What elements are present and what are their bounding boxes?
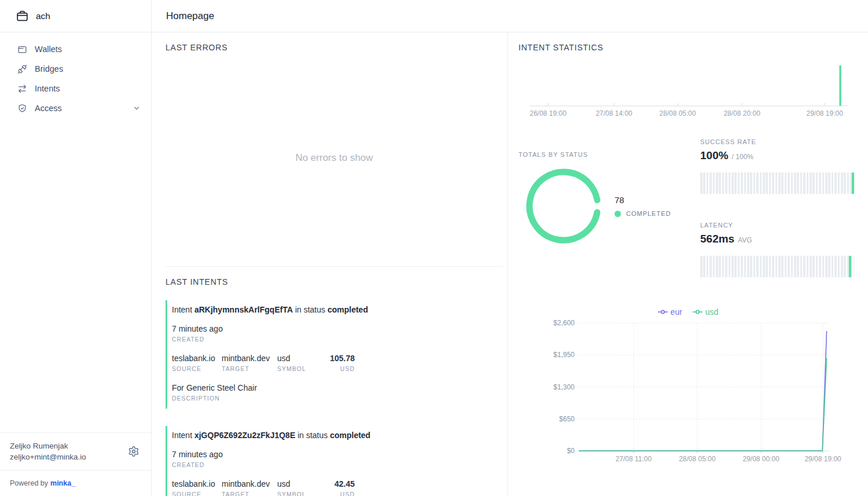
user-name: Zeljko Rumenjak (10, 440, 86, 451)
intent-created-label: CREATED (172, 336, 503, 343)
svg-text:29/08 19:00: 29/08 19:00 (804, 455, 841, 463)
transfer-arrows-icon (17, 84, 27, 94)
svg-text:$1,300: $1,300 (553, 383, 575, 391)
intent-created-value: 7 minutes ago (172, 450, 503, 459)
success-rate-label: SUCCESS RATE (700, 138, 858, 145)
completed-status-label: COMPLETED (626, 210, 671, 217)
intent-status: completed (328, 305, 368, 314)
svg-text:26/08 19:00: 26/08 19:00 (529, 109, 567, 117)
gear-icon (128, 446, 139, 457)
intent-card[interactable]: Intent aRKjhymnnskArlFgqEfTA in status c… (165, 300, 503, 409)
stats-panel: INTENT STATISTICS 26/08 19:0027/08 14:00… (508, 32, 868, 496)
errors-empty-state: No errors to show (165, 63, 503, 253)
svg-text:$650: $650 (559, 415, 575, 423)
kpi-block: SUCCESS RATE 100% / 100% LATENCY 562ms A… (700, 135, 858, 277)
legend-label-usd: usd (705, 307, 719, 317)
status-donut-chart (525, 167, 602, 245)
user-info: Zeljko Rumenjak zeljko+mint@minka.io (0, 432, 151, 470)
sidebar-item-wallets[interactable]: Wallets (0, 39, 151, 59)
legend-item-eur[interactable]: eur (658, 307, 682, 317)
totals-by-status-label: TOTALS BY STATUS (518, 151, 700, 158)
completed-status-dot (615, 211, 621, 217)
sidebar-item-label: Intents (35, 84, 60, 93)
svg-text:28/08 20:00: 28/08 20:00 (723, 109, 760, 117)
app-root: ach Wallets (0, 0, 868, 496)
intent-card[interactable]: Intent xjGQP6Z692Zu2zFkJ1Q8E in status c… (165, 426, 503, 496)
intent-source: teslabank.io (172, 354, 222, 363)
success-rate-target: / 100% (732, 153, 753, 161)
chart-legend: eur usd (518, 307, 858, 316)
sidebar: ach Wallets (0, 0, 152, 496)
minka-brand-link[interactable]: minka_ (50, 479, 75, 487)
last-intents-title: LAST INTENTS (165, 277, 503, 286)
intent-status: completed (330, 431, 370, 440)
section-divider (165, 266, 503, 267)
currency-volume-chart-block: eur usd $0$650$1,300$1,950$2,60027/08 11… (518, 307, 858, 466)
settings-button[interactable] (128, 446, 139, 457)
svg-text:27/08 14:00: 27/08 14:00 (595, 109, 632, 117)
svg-text:$2,600: $2,600 (553, 319, 575, 327)
logo-text: ach (36, 11, 50, 21)
donut-legend: 78 COMPLETED (615, 195, 671, 217)
page-title: Homepage (166, 10, 214, 22)
logo-row[interactable]: ach (0, 0, 151, 32)
intent-target: mintbank.dev (222, 480, 277, 488)
intent-target: mintbank.dev (222, 354, 277, 363)
user-email: zeljko+mint@minka.io (10, 451, 86, 462)
intent-status-line: Intent xjGQP6Z692Zu2zFkJ1Q8E in status c… (172, 431, 503, 440)
latency-unit: AVG (738, 236, 752, 244)
last-errors-title: LAST ERRORS (165, 43, 503, 52)
intent-id: aRKjhymnnskArlFgqEfTA (194, 305, 293, 314)
svg-text:28/08 05:00: 28/08 05:00 (659, 109, 696, 117)
svg-text:29/08 00:00: 29/08 00:00 (742, 455, 779, 463)
legend-label-eur: eur (671, 307, 682, 317)
intent-description: For Generic Steel Chair (172, 384, 503, 392)
latency-strip-chart (700, 256, 854, 277)
shield-check-icon (17, 104, 27, 113)
sidebar-item-bridges[interactable]: Bridges (0, 59, 151, 79)
completed-count: 78 (615, 195, 671, 205)
main-area: Homepage LAST ERRORS No errors to show L… (152, 0, 868, 496)
currency-volume-chart: $0$650$1,300$1,950$2,60027/08 11:0028/08… (539, 318, 858, 466)
sidebar-item-label: Access (35, 104, 62, 113)
sidebar-nav: Wallets Bridges (0, 39, 151, 118)
success-rate-strip-chart (700, 172, 854, 194)
wallet-icon (17, 45, 27, 54)
intent-amount: 105.78 (318, 354, 355, 363)
totals-by-status-block: TOTALS BY STATUS 78 (518, 135, 700, 277)
success-rate-value: 100% (700, 149, 729, 162)
intent-activity-chart: 26/08 19:0027/08 14:0028/08 05:0028/08 2… (523, 60, 858, 118)
intent-amount: 42.45 (318, 480, 355, 488)
sidebar-item-access[interactable]: Access (0, 98, 151, 118)
intent-id: xjGQP6Z692Zu2zFkJ1Q8E (194, 431, 295, 440)
intent-created-label: CREATED (172, 461, 503, 468)
sidebar-item-label: Wallets (35, 45, 62, 54)
powered-by-row: Powered by minka_ (0, 470, 151, 496)
intent-symbol: usd (277, 354, 318, 363)
left-column: LAST ERRORS No errors to show LAST INTEN… (152, 32, 508, 496)
svg-text:$0: $0 (567, 447, 575, 455)
briefcase-logo-icon (16, 10, 28, 22)
intent-status-line: Intent aRKjhymnnskArlFgqEfTA in status c… (172, 305, 503, 314)
intent-symbol: usd (277, 480, 318, 488)
sidebar-item-intents[interactable]: Intents (0, 79, 151, 98)
latency-label: LATENCY (700, 222, 858, 229)
user-block: Zeljko Rumenjak zeljko+mint@minka.io Pow… (0, 432, 151, 496)
svg-text:$1,950: $1,950 (553, 351, 575, 359)
chevron-down-icon (133, 104, 141, 112)
svg-text:28/08 05:00: 28/08 05:00 (679, 455, 716, 463)
errors-empty-message: No errors to show (295, 152, 373, 164)
svg-text:29/08 19:00: 29/08 19:00 (806, 109, 843, 117)
intent-source: teslabank.io (172, 480, 222, 488)
svg-text:27/08 11:00: 27/08 11:00 (616, 455, 652, 463)
legend-item-usd[interactable]: usd (693, 307, 719, 317)
sidebar-item-label: Bridges (35, 64, 63, 74)
intent-created-value: 7 minutes ago (172, 325, 503, 333)
page-header: Homepage (152, 0, 868, 32)
latency-value: 562ms (700, 233, 734, 245)
intent-statistics-title: INTENT STATISTICS (518, 43, 858, 52)
powered-by-text: Powered by (10, 479, 48, 487)
bridge-icon (17, 64, 27, 74)
